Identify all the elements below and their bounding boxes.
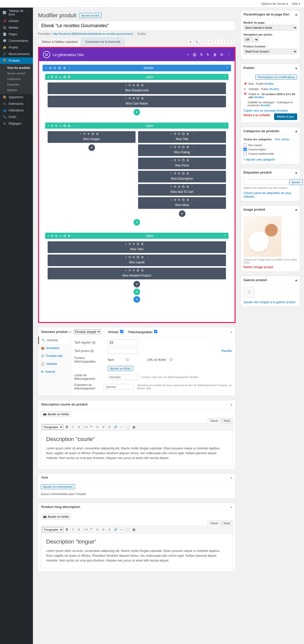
add-module-button[interactable]: +: [134, 281, 140, 287]
module-woo-description[interactable]: +⚙⧉⏻🗑⋮Woo Description: [138, 171, 226, 182]
list-ol-icon[interactable]: ⋮≡: [83, 425, 88, 430]
edit-status-link[interactable]: Modifier: [264, 82, 274, 85]
schedule-link[interactable]: Planifier: [221, 349, 232, 353]
edit-visibility-link[interactable]: Modifier: [269, 88, 279, 91]
preview-button[interactable]: Prévisualiser les modifications: [255, 75, 297, 80]
sidebar-subitem[interactable]: Tous les produits: [0, 65, 33, 71]
add-module-button[interactable]: +: [88, 144, 95, 151]
sidebar-subitem[interactable]: Catégories: [0, 76, 33, 82]
module-woo-price[interactable]: +⚙⧉⏻🗑⋮Woo Price: [138, 158, 226, 169]
sidebar-item-articles[interactable]: 📌Articles: [0, 18, 33, 24]
add-media-button[interactable]: 📷Ajouter un média: [41, 514, 71, 519]
sidebar-item-utilisateurs[interactable]: 👥Utilisateurs: [0, 107, 33, 114]
sidebar-item-apparence[interactable]: 🎨Apparence: [0, 94, 33, 100]
add-module-button[interactable]: +: [134, 109, 140, 115]
bold-icon[interactable]: B: [64, 425, 69, 430]
panel-collapse-icon[interactable]: ▴: [231, 330, 232, 334]
pd-tab-inventory[interactable]: 📦Inventaire: [38, 344, 71, 352]
download-expiry-input[interactable]: [104, 384, 134, 390]
product-content-select[interactable]: Build From Scratch: [243, 49, 297, 54]
trash-link[interactable]: Mettre à la corbeille: [243, 113, 270, 117]
category-item[interactable]: Non classé: [243, 143, 297, 147]
choose-tags-link[interactable]: Choisir parmi les étiquettes les plus ut…: [243, 191, 291, 198]
sidebar-item-réglages[interactable]: ⚙Réglages: [0, 120, 33, 127]
sidebar-subitem[interactable]: Étiquettes: [0, 82, 33, 87]
add-section-button[interactable]: +: [134, 296, 140, 303]
sidebar-item-produits[interactable]: 📦Produits: [0, 57, 33, 64]
virtual-checkbox[interactable]: [120, 330, 123, 333]
list-ul-icon[interactable]: ≡: [77, 425, 82, 430]
add-category-link[interactable]: + Ajouter une catégorie: [243, 158, 275, 161]
desktop-icon[interactable]: 🖵: [201, 39, 206, 45]
category-checkbox[interactable]: [243, 152, 247, 155]
product-title-input[interactable]: [38, 21, 236, 31]
toolbar-toggle-icon[interactable]: ▦: [131, 425, 136, 430]
add-tag-button[interactable]: Ajouter: [289, 179, 303, 185]
pd-tab-general[interactable]: 🔧Général: [38, 336, 71, 344]
sidebar-item-tableau-de-bord[interactable]: 📊Tableau de bord: [0, 8, 33, 18]
link-icon[interactable]: 🔗: [113, 425, 118, 430]
zoom-icon[interactable]: 🔍: [194, 39, 200, 45]
sidebar-subitem[interactable]: Ajouter produit: [0, 71, 33, 76]
tablet-icon[interactable]: ▭: [207, 39, 213, 45]
section-gear-icon[interactable]: ⚙: [49, 66, 52, 70]
long-description-editor[interactable]: Description "longue" Lorem ipsum dolor s…: [41, 533, 233, 569]
section-add-icon[interactable]: +: [45, 66, 47, 70]
short-description-editor[interactable]: Description "courte" Lorem ipsum dolor s…: [41, 431, 233, 466]
power-icon[interactable]: ⏻: [193, 53, 196, 57]
category-item[interactable]: Cuisine légère: [243, 147, 297, 151]
section-more-icon[interactable]: ⋮: [68, 66, 71, 70]
format-select[interactable]: Paragraphe: [42, 425, 63, 430]
gear-icon[interactable]: ⚙: [220, 53, 223, 57]
module-woo-related[interactable]: +⚙⧉⏻🗑⋮Woo Related Product: [48, 268, 226, 279]
add-row-button[interactable]: +: [134, 219, 140, 226]
help-icon[interactable]: ?: [230, 39, 236, 45]
text-tab[interactable]: Texte: [221, 418, 233, 423]
sidebar-item-pages[interactable]: 📄Pages: [0, 31, 33, 38]
downloadable-checkbox[interactable]: [154, 330, 157, 333]
download-limit-input[interactable]: [108, 374, 138, 380]
phone-icon[interactable]: ▯: [214, 39, 219, 45]
category-checkbox[interactable]: [243, 143, 247, 147]
pd-tab-linked[interactable]: 🔗Produits liés: [38, 352, 71, 360]
section-trash-icon[interactable]: 🗑: [63, 66, 66, 70]
add-icon[interactable]: +: [187, 53, 189, 57]
section-collapse-icon[interactable]: ⌃: [226, 66, 229, 70]
quote-icon[interactable]: ❝: [89, 425, 94, 430]
align-center-icon[interactable]: ≡: [101, 425, 106, 430]
row-collapse-icon[interactable]: ⌃: [223, 75, 226, 79]
permalink-url[interactable]: http://localhost:8888/divi4/produit/eboo…: [53, 32, 133, 35]
undo-icon[interactable]: ↶: [223, 39, 229, 45]
edit-catalog-link[interactable]: Modifier: [261, 104, 271, 107]
add-row-button[interactable]: +: [134, 289, 140, 295]
add-media-button[interactable]: 📷Ajouter un média: [41, 411, 71, 417]
sidebar-item-commentaires[interactable]: 💬Commentaires: [0, 38, 33, 44]
add-new-product-button[interactable]: Ajouter produit: [79, 13, 102, 18]
more-icon[interactable]: ⋮: [227, 53, 231, 57]
section-copy-icon[interactable]: ⧉: [54, 66, 56, 70]
sidebar-item-projets[interactable]: 📁Projets: [0, 44, 33, 51]
fullscreen-icon[interactable]: ⛶: [125, 425, 130, 430]
tag-input[interactable]: [243, 179, 288, 185]
all-categories-tab[interactable]: Toutes les catégories: [243, 138, 272, 141]
module-woo-tabs[interactable]: +⚙⧉⏻🗑⋮Woo Tabs: [48, 241, 226, 253]
module-woo-title[interactable]: +⚙⧉⏻🗑⋮Woo Title: [138, 131, 226, 143]
regular-price-input[interactable]: [108, 340, 138, 345]
sale-price-input[interactable]: [108, 348, 138, 354]
update-button[interactable]: Mettre à jour: [274, 113, 297, 120]
sidebar-subitem[interactable]: Attributs: [0, 87, 33, 93]
add-gallery-images-link[interactable]: Ajouter des images à la galerie produit: [243, 300, 295, 304]
collapse-icon[interactable]: ▴: [295, 12, 297, 16]
module-woo-add-to-cart[interactable]: +⚙⧉⏻🗑⋮Woo Add To Cart: [138, 184, 226, 196]
visual-tab[interactable]: Visuel: [207, 418, 221, 423]
module-woo-upsell[interactable]: +⚙⧉⏻🗑⋮Woo Upsell: [48, 255, 226, 266]
copy-draft-link[interactable]: Copier vers un nouveau brouillon: [243, 109, 288, 112]
most-used-tab[interactable]: Plus utilisés: [275, 138, 290, 141]
default-editor-tab[interactable]: Retour à l'éditeur standard: [38, 38, 81, 46]
frontend-builder-tab[interactable]: Construire sur le front end: [81, 38, 124, 46]
product-type-select[interactable]: Produit simple: [74, 329, 101, 334]
history-icon[interactable]: ↻: [206, 53, 210, 57]
more-icon[interactable]: ⋯: [119, 425, 124, 430]
category-checkbox[interactable]: [243, 148, 247, 151]
sliders-icon[interactable]: ⇅: [200, 53, 203, 57]
